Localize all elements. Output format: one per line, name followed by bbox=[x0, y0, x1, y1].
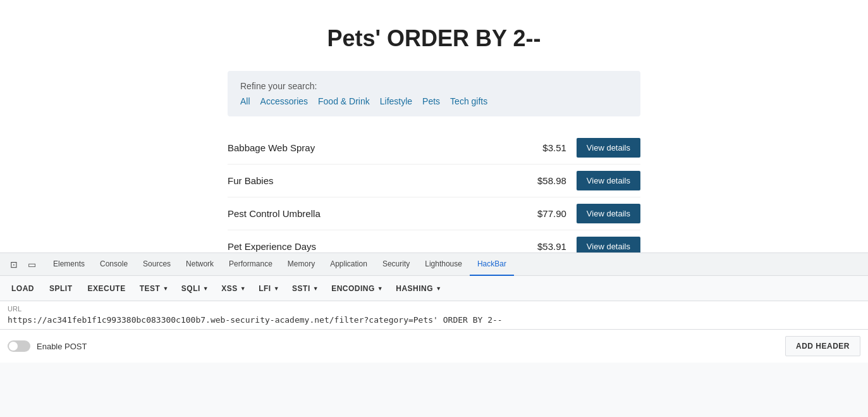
main-content: Pets' ORDER BY 2-- Refine your search: A… bbox=[0, 0, 868, 289]
product-row: Pest Control Umbrella$77.90View details bbox=[228, 197, 640, 230]
page-title: Pets' ORDER BY 2-- bbox=[0, 25, 868, 52]
devtools-tab-application[interactable]: Application bbox=[322, 253, 375, 276]
product-price: $77.90 bbox=[516, 208, 566, 219]
search-refine-link[interactable]: Tech gifts bbox=[450, 96, 487, 106]
hackbar-btn-xss[interactable]: XSS▼ bbox=[216, 281, 251, 296]
hackbar-btn-sqli[interactable]: SQLI▼ bbox=[176, 281, 214, 296]
enable-post-container: Enable POST bbox=[8, 340, 87, 352]
hackbar-btn-ssti[interactable]: SSTI▼ bbox=[287, 281, 324, 296]
hackbar-url-label: URL bbox=[8, 305, 860, 313]
hackbar-btn-lfi[interactable]: LFI▼ bbox=[254, 281, 284, 296]
product-price: $3.51 bbox=[516, 142, 566, 153]
devtools-icons: ⊡ ▭ bbox=[5, 256, 40, 273]
product-price: $58.98 bbox=[516, 175, 566, 186]
product-name: Fur Babies bbox=[228, 175, 516, 186]
devtools-panel: ⊡ ▭ ElementsConsoleSourcesNetworkPerform… bbox=[0, 252, 868, 417]
view-details-button[interactable]: View details bbox=[577, 171, 640, 190]
devtools-device-icon[interactable]: ▭ bbox=[23, 256, 40, 273]
add-header-button[interactable]: ADD HEADER bbox=[785, 336, 860, 356]
devtools-tab-sources[interactable]: Sources bbox=[135, 253, 178, 276]
enable-post-label: Enable POST bbox=[37, 342, 87, 351]
hackbar-btn-hashing[interactable]: HASHING▼ bbox=[391, 281, 446, 296]
search-refine-link[interactable]: All bbox=[240, 96, 250, 106]
devtools-tab-memory[interactable]: Memory bbox=[280, 253, 322, 276]
enable-post-toggle[interactable] bbox=[8, 340, 30, 352]
search-refine-link[interactable]: Lifestyle bbox=[380, 96, 412, 106]
hackbar-btn-split[interactable]: SPLIT bbox=[43, 281, 79, 296]
devtools-cursor-icon[interactable]: ⊡ bbox=[5, 256, 23, 273]
product-row: Fur Babies$58.98View details bbox=[228, 165, 640, 197]
hackbar-btn-test[interactable]: TEST▼ bbox=[135, 281, 174, 296]
view-details-button[interactable]: View details bbox=[577, 204, 640, 223]
view-details-button[interactable]: View details bbox=[577, 138, 640, 158]
hackbar-btn-execute[interactable]: EXECUTE bbox=[82, 281, 132, 296]
devtools-tab-elements[interactable]: Elements bbox=[46, 253, 92, 276]
search-refine-link[interactable]: Accessories bbox=[260, 96, 308, 106]
devtools-tabs-bar: ⊡ ▭ ElementsConsoleSourcesNetworkPerform… bbox=[0, 253, 868, 276]
search-refine-link[interactable]: Food & Drink bbox=[318, 96, 370, 106]
devtools-tab-console[interactable]: Console bbox=[92, 253, 135, 276]
devtools-tab-network[interactable]: Network bbox=[178, 253, 221, 276]
devtools-tab-security[interactable]: Security bbox=[375, 253, 417, 276]
search-refine-label: Refine your search: bbox=[240, 81, 628, 91]
hackbar-bottom: Enable POST ADD HEADER bbox=[0, 330, 868, 363]
hackbar-toolbar: LOADSPLITEXECUTETEST▼SQLI▼XSS▼LFI▼SSTI▼E… bbox=[0, 276, 868, 301]
search-refine-link[interactable]: Pets bbox=[422, 96, 440, 106]
product-name: Pest Control Umbrella bbox=[228, 208, 516, 219]
devtools-tab-hackbar[interactable]: HackBar bbox=[470, 253, 514, 276]
hackbar-btn-load[interactable]: LOAD bbox=[5, 281, 40, 296]
hackbar-btn-encoding[interactable]: ENCODING▼ bbox=[326, 281, 388, 296]
product-row: Babbage Web Spray$3.51View details bbox=[228, 132, 640, 165]
product-name: Pet Experience Days bbox=[228, 241, 516, 252]
search-refine-section: Refine your search: AllAccessoriesFood &… bbox=[228, 71, 640, 116]
hackbar-url-area: URL bbox=[0, 301, 868, 330]
devtools-tab-lighthouse[interactable]: Lighthouse bbox=[417, 253, 470, 276]
devtools-tab-performance[interactable]: Performance bbox=[221, 253, 280, 276]
product-name: Babbage Web Spray bbox=[228, 142, 516, 153]
search-refine-links: AllAccessoriesFood & DrinkLifestylePetsT… bbox=[240, 96, 628, 106]
hackbar-url-input[interactable] bbox=[8, 315, 860, 325]
product-price: $53.91 bbox=[516, 241, 566, 252]
